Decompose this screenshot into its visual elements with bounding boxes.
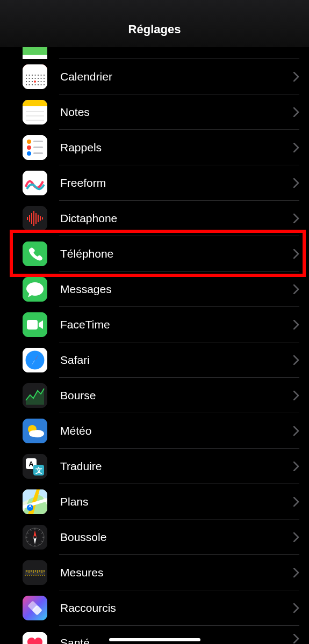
weather-icon: [23, 419, 47, 443]
svg-rect-51: [33, 152, 43, 154]
svg-point-14: [26, 78, 27, 79]
translate-icon: A 文: [23, 454, 47, 479]
settings-row-label: Safari: [60, 354, 293, 367]
svg-point-33: [41, 84, 42, 85]
measure-icon: [23, 560, 47, 585]
svg-rect-63: [38, 215, 39, 222]
settings-row-label: Bourse: [60, 389, 293, 402]
voice-memos-icon: [23, 206, 47, 231]
settings-row-label: Boussole: [60, 531, 293, 544]
svg-rect-5: [23, 64, 47, 70]
settings-row-boussole[interactable]: Boussole: [0, 519, 309, 555]
svg-point-22: [29, 81, 30, 82]
svg-point-17: [35, 78, 36, 79]
chevron-right-icon: [293, 284, 299, 294]
chevron-right-icon: [293, 634, 299, 643]
svg-point-16: [32, 78, 33, 79]
freeform-icon: [23, 171, 47, 195]
settings-row-label: Messages: [60, 283, 293, 296]
svg-rect-38: [23, 100, 47, 106]
maps-icon: [23, 489, 47, 514]
settings-row-label: Mesures: [60, 566, 293, 579]
messages-icon: [23, 277, 47, 302]
chevron-right-icon: [293, 249, 299, 259]
calendar-icon: [23, 64, 47, 89]
shortcuts-icon: [23, 596, 47, 620]
svg-rect-75: [27, 320, 38, 330]
svg-point-18: [38, 78, 39, 79]
svg-point-8: [29, 75, 30, 76]
settings-row-messages[interactable]: Messages: [0, 272, 309, 307]
settings-row-dictaphone[interactable]: Dictaphone: [0, 201, 309, 236]
settings-row-safari[interactable]: Safari: [0, 342, 309, 378]
svg-point-19: [41, 78, 42, 79]
settings-row-label: Freeform: [60, 177, 293, 189]
svg-rect-61: [33, 211, 34, 226]
settings-row-mesures[interactable]: Mesures: [0, 555, 309, 590]
settings-row-label: FaceTime: [60, 318, 293, 331]
svg-point-47: [27, 145, 31, 150]
chevron-right-icon: [293, 355, 299, 365]
svg-rect-65: [42, 217, 43, 219]
svg-point-13: [44, 75, 45, 76]
chevron-right-icon: [293, 568, 299, 577]
settings-list: Calendrier Notes: [0, 47, 309, 644]
chevron-right-icon: [293, 603, 299, 613]
settings-row-label: Raccourcis: [60, 602, 293, 614]
settings-row-label: Plans: [60, 495, 293, 508]
settings-row-notes[interactable]: Notes: [0, 94, 309, 130]
chevron-right-icon: [293, 178, 299, 188]
page-title: Réglages: [128, 23, 181, 36]
svg-point-12: [41, 75, 42, 76]
reminders-icon: [23, 135, 47, 160]
chevron-right-icon: [293, 497, 299, 507]
svg-rect-60: [31, 213, 32, 224]
svg-point-15: [29, 78, 30, 79]
svg-rect-49: [33, 141, 43, 142]
settings-row-label: Notes: [60, 106, 293, 119]
settings-row-label: Téléphone: [60, 247, 293, 260]
settings-row-freeform[interactable]: Freeform: [0, 165, 309, 201]
svg-rect-6: [23, 70, 47, 89]
svg-point-9: [32, 75, 33, 76]
chevron-right-icon: [293, 214, 299, 223]
settings-row-plans[interactable]: Plans: [0, 484, 309, 519]
settings-row-bourse[interactable]: Bourse: [0, 378, 309, 413]
settings-row-partial-top: [0, 47, 309, 59]
svg-text:A: A: [28, 460, 34, 468]
svg-point-31: [35, 84, 36, 85]
settings-row-telephone[interactable]: Téléphone: [0, 236, 309, 272]
partial-top-icon: [23, 47, 47, 59]
chevron-right-icon: [293, 72, 299, 82]
phone-icon: [23, 241, 47, 266]
chevron-right-icon: [293, 391, 299, 400]
svg-rect-39: [23, 106, 47, 125]
chevron-right-icon: [293, 107, 299, 117]
svg-point-10: [35, 75, 36, 76]
safari-icon: [23, 348, 47, 372]
settings-row-label: Calendrier: [60, 70, 293, 83]
svg-point-23: [32, 81, 33, 82]
svg-rect-50: [33, 147, 43, 148]
settings-row-meteo[interactable]: Météo: [0, 413, 309, 449]
settings-row-calendrier[interactable]: Calendrier: [0, 59, 309, 94]
svg-rect-64: [40, 216, 41, 221]
chevron-right-icon: [293, 143, 299, 152]
svg-rect-59: [29, 215, 30, 222]
settings-row-label: Météo: [60, 425, 293, 437]
svg-point-21: [26, 81, 27, 82]
svg-point-46: [27, 140, 31, 144]
svg-point-34: [44, 84, 45, 85]
settings-row-raccourcis[interactable]: Raccourcis: [0, 590, 309, 626]
svg-rect-68: [23, 241, 47, 266]
stocks-icon: [23, 383, 47, 408]
facetime-icon: [23, 312, 47, 337]
svg-point-35: [34, 80, 36, 83]
svg-rect-58: [27, 217, 28, 220]
settings-row-label: Rappels: [60, 141, 293, 154]
settings-row-traduire[interactable]: A 文 Traduire: [0, 449, 309, 484]
settings-row-facetime[interactable]: FaceTime: [0, 307, 309, 342]
settings-row-rappels[interactable]: Rappels: [0, 130, 309, 165]
home-indicator[interactable]: [109, 638, 200, 641]
settings-row-label: Traduire: [60, 460, 293, 473]
